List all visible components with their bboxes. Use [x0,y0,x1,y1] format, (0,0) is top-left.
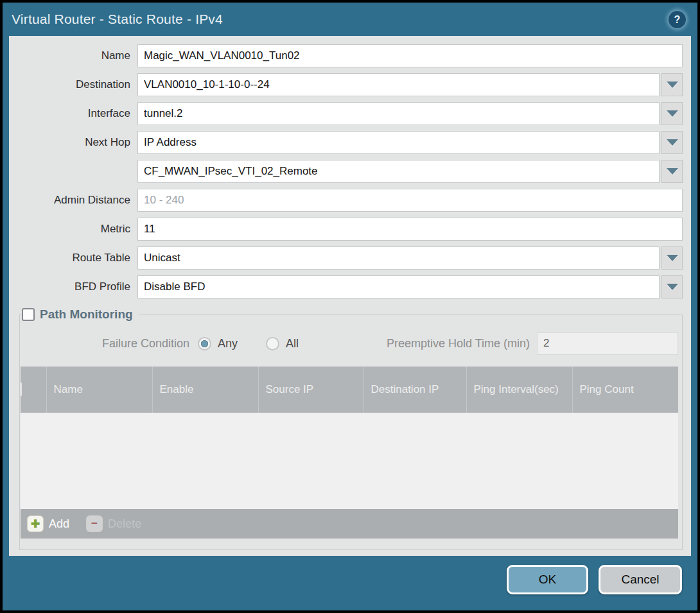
column-header-source-ip: Source IP [258,367,363,413]
column-header-destination-ip: Destination IP [363,367,466,413]
chevron-down-icon [667,139,678,146]
chevron-down-icon [667,284,678,290]
path-monitoring-legend: Path Monitoring [22,307,139,322]
bfd-profile-input[interactable] [137,275,660,298]
table-header-row: Name Enable Source IP Destination IP Pin… [21,367,678,413]
add-button[interactable]: ✚ Add [27,515,69,532]
metric-row: Metric [9,218,683,241]
failure-condition-label: Failure Condition [21,337,198,350]
chevron-down-icon [667,110,678,117]
admin-distance-input[interactable] [137,189,683,212]
bfd-profile-dropdown-button[interactable] [661,275,683,298]
dialog-footer: OK Cancel [3,556,697,610]
path-monitoring-table: Name Enable Source IP Destination IP Pin… [21,367,678,509]
bfd-profile-label: BFD Profile [9,281,137,293]
delete-button-label: Delete [108,517,141,531]
interface-label: Interface [9,107,137,120]
add-button-label: Add [49,517,69,531]
cancel-button[interactable]: Cancel [599,565,682,594]
destination-row: Destination [9,73,683,96]
destination-label: Destination [9,78,137,91]
metric-input[interactable] [137,218,683,241]
name-input[interactable] [137,44,683,67]
route-table-label: Route Table [9,252,137,264]
name-row: Name [9,44,683,67]
destination-dropdown-button[interactable] [661,73,683,96]
next-hop-dropdown-button[interactable] [661,131,683,154]
delete-button[interactable]: − Delete [86,515,141,532]
metric-label: Metric [9,223,137,236]
help-icon[interactable]: ? [669,11,686,28]
failure-condition-all-label: All [286,337,299,350]
admin-distance-label: Admin Distance [9,194,137,207]
column-header-ping-interval: Ping Interval(sec) [466,367,572,413]
preemptive-hold-time-input[interactable] [537,332,678,355]
next-hop-row: Next Hop [9,131,683,154]
failure-condition-row: Failure Condition Any All Preemptive Hol… [21,332,678,355]
empty-table-area [21,413,678,509]
name-label: Name [9,49,137,62]
admin-distance-row: Admin Distance [9,189,683,212]
next-hop-label: Next Hop [9,136,137,149]
destination-input[interactable] [137,73,660,96]
dialog-titlebar: Virtual Router - Static Route - IPv4 ? [3,3,697,36]
route-table-row: Route Table [9,246,683,270]
failure-condition-any-label: Any [218,337,238,350]
next-hop-type-input[interactable] [137,131,660,154]
failure-condition-any-radio[interactable] [198,337,211,350]
preemptive-hold-time-label: Preemptive Hold Time (min) [387,337,537,350]
bfd-profile-row: BFD Profile [9,275,683,298]
dialog-title: Virtual Router - Static Route - IPv4 [12,12,223,27]
dialog-content: Name Destination Interface Next Hop [9,36,691,556]
column-header-enable: Enable [152,367,258,413]
next-hop-address-input[interactable] [137,160,660,183]
select-all-header-cell [21,367,46,413]
interface-input[interactable] [137,102,660,125]
next-hop-address-dropdown-button[interactable] [661,160,683,183]
plus-icon: ✚ [27,515,44,532]
select-all-checkbox[interactable] [21,383,22,396]
route-table-input[interactable] [137,246,660,270]
interface-dropdown-button[interactable] [661,102,683,125]
chevron-down-icon [667,168,678,175]
failure-condition-all-radio[interactable] [266,337,279,350]
next-hop-address-row [9,160,683,183]
interface-row: Interface [9,102,683,125]
path-monitoring-checkbox[interactable] [22,308,35,321]
chevron-down-icon [667,82,678,88]
empty-table-body [21,413,678,509]
path-monitoring-title: Path Monitoring [40,307,133,322]
minus-icon: − [86,515,103,532]
table-footer-bar: ✚ Add − Delete [21,509,678,539]
column-header-name: Name [46,367,152,413]
path-monitoring-section: Path Monitoring Failure Condition Any Al… [19,307,683,550]
column-header-ping-count: Ping Count [572,367,678,413]
static-route-dialog: Virtual Router - Static Route - IPv4 ? N… [0,0,700,613]
route-table-dropdown-button[interactable] [661,246,683,270]
ok-button[interactable]: OK [507,565,588,594]
chevron-down-icon [667,255,678,261]
